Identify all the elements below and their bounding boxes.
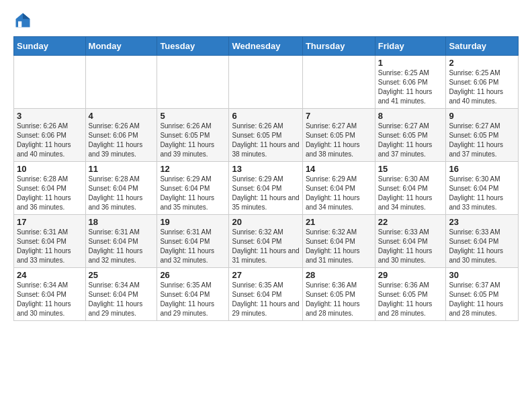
calendar-header-wednesday: Wednesday [229, 37, 302, 56]
day-number: 20 [232, 217, 299, 227]
day-info: Sunrise: 6:26 AM Sunset: 6:06 PM Dayligh… [17, 122, 83, 159]
day-info: Sunrise: 6:27 AM Sunset: 6:05 PM Dayligh… [378, 122, 443, 159]
calendar-cell: 5Sunrise: 6:26 AM Sunset: 6:05 PM Daylig… [157, 109, 229, 162]
calendar-week-5: 24Sunrise: 6:34 AM Sunset: 6:04 PM Dayli… [14, 268, 519, 321]
calendar-cell: 30Sunrise: 6:37 AM Sunset: 6:05 PM Dayli… [446, 268, 519, 321]
svg-rect-2 [18, 21, 21, 28]
calendar-header-tuesday: Tuesday [157, 37, 229, 56]
day-info: Sunrise: 6:36 AM Sunset: 6:05 PM Dayligh… [378, 281, 443, 318]
day-number: 13 [232, 164, 299, 174]
day-info: Sunrise: 6:31 AM Sunset: 6:04 PM Dayligh… [17, 228, 83, 265]
calendar-cell: 14Sunrise: 6:29 AM Sunset: 6:04 PM Dayli… [302, 162, 375, 215]
calendar-cell: 26Sunrise: 6:35 AM Sunset: 6:04 PM Dayli… [157, 268, 229, 321]
calendar-cell: 18Sunrise: 6:31 AM Sunset: 6:04 PM Dayli… [85, 215, 157, 268]
calendar-cell [157, 56, 229, 109]
day-number: 24 [17, 270, 83, 280]
calendar-header-thursday: Thursday [302, 37, 375, 56]
day-info: Sunrise: 6:30 AM Sunset: 6:04 PM Dayligh… [449, 175, 515, 212]
day-number: 4 [89, 111, 154, 121]
calendar-week-2: 3Sunrise: 6:26 AM Sunset: 6:06 PM Daylig… [14, 109, 519, 162]
day-info: Sunrise: 6:36 AM Sunset: 6:05 PM Dayligh… [306, 281, 372, 318]
day-number: 29 [378, 270, 443, 280]
day-info: Sunrise: 6:31 AM Sunset: 6:04 PM Dayligh… [160, 228, 226, 265]
calendar-cell: 22Sunrise: 6:33 AM Sunset: 6:04 PM Dayli… [375, 215, 446, 268]
calendar-header-row: SundayMondayTuesdayWednesdayThursdayFrid… [14, 37, 519, 56]
day-info: Sunrise: 6:29 AM Sunset: 6:04 PM Dayligh… [160, 175, 226, 212]
day-number: 25 [89, 270, 154, 280]
svg-marker-1 [23, 13, 30, 19]
calendar-cell: 10Sunrise: 6:28 AM Sunset: 6:04 PM Dayli… [14, 162, 86, 215]
day-number: 6 [232, 111, 299, 121]
day-number: 19 [160, 217, 226, 227]
day-info: Sunrise: 6:27 AM Sunset: 6:05 PM Dayligh… [306, 122, 372, 159]
calendar-cell: 1Sunrise: 6:25 AM Sunset: 6:06 PM Daylig… [375, 56, 446, 109]
day-info: Sunrise: 6:34 AM Sunset: 6:04 PM Dayligh… [17, 281, 83, 318]
calendar-cell: 2Sunrise: 6:25 AM Sunset: 6:06 PM Daylig… [446, 56, 519, 109]
calendar-cell: 20Sunrise: 6:32 AM Sunset: 6:04 PM Dayli… [229, 215, 302, 268]
calendar-cell [302, 56, 375, 109]
calendar-cell: 13Sunrise: 6:29 AM Sunset: 6:04 PM Dayli… [229, 162, 302, 215]
day-info: Sunrise: 6:26 AM Sunset: 6:05 PM Dayligh… [160, 122, 226, 159]
logo-icon [13, 11, 32, 30]
calendar-header-friday: Friday [375, 37, 446, 56]
day-number: 2 [449, 58, 515, 68]
day-number: 21 [306, 217, 372, 227]
calendar-cell: 28Sunrise: 6:36 AM Sunset: 6:05 PM Dayli… [302, 268, 375, 321]
calendar-cell: 21Sunrise: 6:32 AM Sunset: 6:04 PM Dayli… [302, 215, 375, 268]
day-number: 10 [17, 164, 83, 174]
calendar-table: SundayMondayTuesdayWednesdayThursdayFrid… [13, 36, 519, 321]
calendar-cell: 17Sunrise: 6:31 AM Sunset: 6:04 PM Dayli… [14, 215, 86, 268]
day-number: 8 [378, 111, 443, 121]
day-number: 30 [449, 270, 515, 280]
calendar-week-1: 1Sunrise: 6:25 AM Sunset: 6:06 PM Daylig… [14, 56, 519, 109]
day-info: Sunrise: 6:34 AM Sunset: 6:04 PM Dayligh… [89, 281, 154, 318]
day-info: Sunrise: 6:32 AM Sunset: 6:04 PM Dayligh… [306, 228, 372, 265]
day-number: 17 [17, 217, 83, 227]
calendar-cell: 7Sunrise: 6:27 AM Sunset: 6:05 PM Daylig… [302, 109, 375, 162]
day-number: 3 [17, 111, 83, 121]
day-info: Sunrise: 6:35 AM Sunset: 6:04 PM Dayligh… [232, 281, 299, 318]
day-info: Sunrise: 6:25 AM Sunset: 6:06 PM Dayligh… [378, 68, 443, 106]
calendar-header-saturday: Saturday [446, 37, 519, 56]
calendar-cell: 25Sunrise: 6:34 AM Sunset: 6:04 PM Dayli… [85, 268, 157, 321]
calendar-cell: 15Sunrise: 6:30 AM Sunset: 6:04 PM Dayli… [375, 162, 446, 215]
calendar-week-4: 17Sunrise: 6:31 AM Sunset: 6:04 PM Dayli… [14, 215, 519, 268]
day-number: 22 [378, 217, 443, 227]
calendar-week-3: 10Sunrise: 6:28 AM Sunset: 6:04 PM Dayli… [14, 162, 519, 215]
day-info: Sunrise: 6:35 AM Sunset: 6:04 PM Dayligh… [160, 281, 226, 318]
day-info: Sunrise: 6:28 AM Sunset: 6:04 PM Dayligh… [17, 175, 83, 212]
calendar-cell: 24Sunrise: 6:34 AM Sunset: 6:04 PM Dayli… [14, 268, 86, 321]
day-number: 26 [160, 270, 226, 280]
day-info: Sunrise: 6:37 AM Sunset: 6:05 PM Dayligh… [449, 281, 515, 318]
day-number: 28 [306, 270, 372, 280]
day-number: 14 [306, 164, 372, 174]
day-info: Sunrise: 6:28 AM Sunset: 6:04 PM Dayligh… [89, 175, 154, 212]
day-info: Sunrise: 6:25 AM Sunset: 6:06 PM Dayligh… [449, 68, 515, 106]
calendar-cell [14, 56, 86, 109]
calendar-cell: 12Sunrise: 6:29 AM Sunset: 6:04 PM Dayli… [157, 162, 229, 215]
calendar-cell: 3Sunrise: 6:26 AM Sunset: 6:06 PM Daylig… [14, 109, 86, 162]
day-number: 9 [449, 111, 515, 121]
calendar-header-sunday: Sunday [14, 37, 86, 56]
day-info: Sunrise: 6:29 AM Sunset: 6:04 PM Dayligh… [306, 175, 372, 212]
day-info: Sunrise: 6:27 AM Sunset: 6:05 PM Dayligh… [449, 122, 515, 159]
calendar-cell: 4Sunrise: 6:26 AM Sunset: 6:06 PM Daylig… [85, 109, 157, 162]
day-info: Sunrise: 6:26 AM Sunset: 6:06 PM Dayligh… [89, 122, 154, 159]
day-number: 16 [449, 164, 515, 174]
calendar-cell: 9Sunrise: 6:27 AM Sunset: 6:05 PM Daylig… [446, 109, 519, 162]
day-number: 23 [449, 217, 515, 227]
day-number: 12 [160, 164, 226, 174]
calendar-cell [85, 56, 157, 109]
calendar-cell: 6Sunrise: 6:26 AM Sunset: 6:05 PM Daylig… [229, 109, 302, 162]
calendar-cell: 19Sunrise: 6:31 AM Sunset: 6:04 PM Dayli… [157, 215, 229, 268]
day-number: 11 [89, 164, 154, 174]
day-info: Sunrise: 6:30 AM Sunset: 6:04 PM Dayligh… [378, 175, 443, 212]
day-info: Sunrise: 6:31 AM Sunset: 6:04 PM Dayligh… [89, 228, 154, 265]
calendar-cell: 29Sunrise: 6:36 AM Sunset: 6:05 PM Dayli… [375, 268, 446, 321]
calendar-header-monday: Monday [85, 37, 157, 56]
day-info: Sunrise: 6:33 AM Sunset: 6:04 PM Dayligh… [378, 228, 443, 265]
day-info: Sunrise: 6:26 AM Sunset: 6:05 PM Dayligh… [232, 122, 299, 159]
calendar-cell: 8Sunrise: 6:27 AM Sunset: 6:05 PM Daylig… [375, 109, 446, 162]
day-number: 1 [378, 58, 443, 68]
day-number: 15 [378, 164, 443, 174]
